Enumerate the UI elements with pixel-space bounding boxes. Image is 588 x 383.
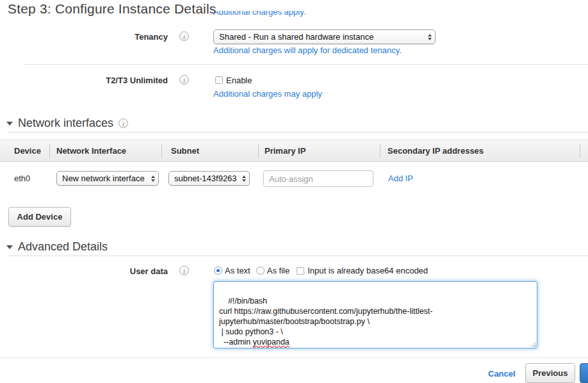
primary-ip-input[interactable] [263, 170, 373, 187]
tenancy-select-value: Shared - Run a shared hardware instance [219, 32, 425, 42]
user-data-options: As text As file Input is already base64 … [214, 266, 428, 275]
clipped-region: Additional charges apply. [213, 11, 306, 19]
col-network-interface: Network Interface [56, 146, 126, 156]
add-device-button[interactable]: Add Device [8, 207, 71, 227]
network-interfaces-header[interactable]: Network interfaces i [6, 117, 128, 130]
col-subnet: Subnet [171, 146, 199, 156]
column-divider [380, 144, 380, 158]
subnet-select-value: subnet-143f9263 [174, 174, 240, 183]
tenancy-info-icon[interactable]: i [179, 31, 189, 41]
add-ip-link[interactable]: Add IP [388, 174, 413, 183]
previous-button[interactable]: Previous [525, 363, 575, 383]
column-divider [258, 144, 259, 158]
user-data-textarea[interactable]: #!/bin/bash curl https://raw.githubuserc… [213, 281, 537, 348]
collapse-triangle-icon [6, 245, 13, 249]
network-interface-select-value: New network interface [62, 174, 149, 183]
select-stepper-icon [151, 175, 155, 182]
t2t3-charges-link[interactable]: Additional charges may apply [213, 89, 322, 99]
col-primary-ip: Primary IP [265, 146, 306, 156]
user-data-info-icon[interactable]: i [179, 266, 189, 275]
collapse-triangle-icon [6, 122, 13, 126]
divider [0, 357, 588, 358]
user-data-label: User data [0, 266, 168, 276]
select-stepper-icon [242, 175, 246, 182]
tenancy-label: Tenancy [0, 32, 168, 42]
tenancy-select[interactable]: Shared - Run a shared hardware instance [213, 29, 436, 44]
base64-label: Input is already base64 encoded [307, 266, 428, 275]
network-interfaces-info-icon[interactable]: i [118, 118, 128, 128]
advanced-details-title: Advanced Details [18, 240, 108, 254]
enable-checkbox-label: Enable [226, 76, 252, 85]
user-data-text: #!/bin/bash curl https://raw.githubuserc… [219, 297, 433, 346]
enable-checkbox[interactable] [215, 76, 223, 84]
col-secondary-ip: Secondary IP addresses [388, 146, 484, 156]
review-and-launch-button[interactable] [580, 363, 588, 383]
col-device: Device [14, 146, 41, 156]
column-divider [580, 144, 580, 158]
advanced-details-header[interactable]: Advanced Details [6, 240, 108, 254]
divider [8, 256, 588, 256]
as-file-radio[interactable] [256, 266, 265, 275]
as-text-label: As text [225, 266, 250, 275]
tenancy-charges-link[interactable]: Additional charges will apply for dedica… [213, 45, 402, 55]
t2t3-info-icon[interactable]: i [179, 75, 189, 85]
as-text-radio[interactable] [214, 266, 222, 275]
select-stepper-icon [428, 34, 432, 40]
device-cell: eth0 [14, 174, 30, 183]
divider [23, 64, 588, 65]
divider [8, 132, 588, 133]
column-divider [49, 144, 50, 158]
base64-checkbox[interactable] [297, 267, 304, 275]
network-interfaces-table-header: Device Network Interface Subnet Primary … [0, 140, 588, 162]
network-interface-select[interactable]: New network interface [56, 171, 159, 186]
page-title: Step 3: Configure Instance Details [8, 1, 216, 17]
column-divider [161, 144, 162, 158]
network-interfaces-title: Network interfaces [18, 117, 113, 130]
t2t3-label: T2/T3 Unlimited [0, 76, 168, 85]
subnet-select[interactable]: subnet-143f9263 [168, 171, 250, 186]
configure-instance-page: Additional charges apply. Step 3: Config… [0, 0, 588, 383]
user-data-misspelled-word: yuvipanda [253, 338, 290, 346]
as-file-label: As file [267, 266, 290, 275]
cancel-link[interactable]: Cancel [488, 369, 516, 379]
additional-charges-apply-link[interactable]: Additional charges apply. [213, 11, 306, 17]
